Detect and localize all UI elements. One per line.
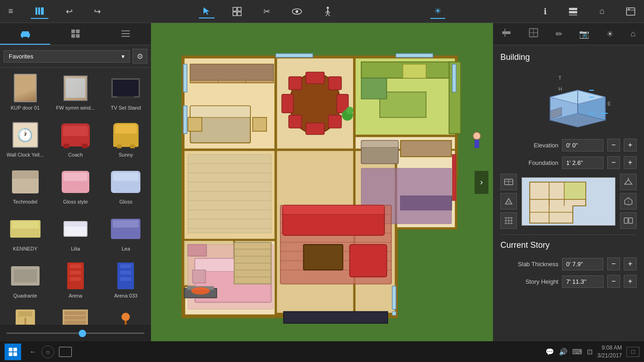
right-tab-home[interactable]: ⌂ [626, 27, 640, 41]
list-item[interactable]: Lamp [101, 303, 151, 325]
back-nav-btn[interactable]: ← [29, 348, 37, 356]
info-btn[interactable]: ℹ [540, 5, 551, 18]
share-btn[interactable] [622, 5, 639, 18]
svg-rect-0 [35, 7, 37, 15]
home-toolbar-btn[interactable]: ⌂ [596, 5, 608, 18]
list-item[interactable]: Arena [50, 256, 100, 303]
expand-arrow-btn[interactable]: › [475, 171, 488, 194]
svg-rect-112 [392, 286, 396, 309]
slab-input[interactable] [562, 258, 603, 270]
floor-plan-view-btn[interactable] [500, 174, 517, 190]
foundation-input[interactable] [562, 157, 603, 169]
item-label: FW symm wind... [56, 105, 95, 111]
right-panel: ✏ 📷 ☀ ⌂ Building T H F E [493, 23, 644, 341]
svg-rect-6 [233, 12, 237, 16]
redo-btn[interactable]: ↪ [90, 5, 104, 18]
list-item[interactable]: Gloss [101, 162, 151, 209]
tab-furniture[interactable] [0, 23, 50, 45]
list-item[interactable]: Sunny [101, 115, 151, 162]
search-btn[interactable]: ○ [41, 345, 54, 358]
list-item[interactable]: TV Set Stand [101, 68, 151, 115]
menu-btn[interactable]: ≡ [5, 5, 17, 18]
item-label: Arena 033 [114, 293, 138, 298]
slab-plus-btn[interactable]: + [624, 257, 637, 270]
zoom-slider-thumb[interactable] [79, 330, 86, 337]
favorites-dropdown[interactable]: Favorites ▾ [4, 50, 130, 63]
elevation-input[interactable] [562, 139, 603, 152]
keyboard-sys-icon[interactable]: ⌨ [572, 348, 582, 356]
chevron-down-icon: ▾ [122, 53, 125, 60]
right-tab-edit[interactable]: ✏ [551, 27, 567, 41]
svg-rect-58 [282, 94, 293, 113]
list-item[interactable]: Arena 033 [101, 256, 151, 303]
elevation-minus-btn[interactable]: − [607, 139, 620, 152]
notification-btn[interactable]: □ [627, 347, 639, 357]
list-item[interactable]: Chair 2 [0, 303, 50, 325]
right-tab-camera[interactable]: 📷 [574, 27, 594, 41]
walk-btn[interactable] [320, 5, 336, 18]
list-item[interactable]: Lea [101, 209, 151, 256]
perspective-view-btn[interactable] [500, 193, 517, 210]
svg-rect-100 [192, 270, 205, 283]
foundation-row: Foundation − + [500, 156, 637, 169]
svg-rect-85 [350, 245, 387, 277]
svg-rect-164 [629, 218, 632, 223]
network-sys-icon[interactable]: ⊡ [587, 348, 593, 356]
list-item[interactable]: Lilia [50, 209, 100, 256]
item-label: Wall Clock Yell... [6, 152, 44, 158]
scissors-btn[interactable]: ✂ [260, 5, 274, 18]
list-item[interactable]: Quadrante [0, 256, 50, 303]
svg-rect-25 [22, 31, 29, 34]
start-button[interactable] [5, 344, 21, 360]
right-tab-rooms[interactable] [524, 26, 543, 42]
tab-styles[interactable] [50, 23, 100, 45]
list-item[interactable]: 🕐 Wall Clock Yell... [0, 115, 50, 162]
group-btn[interactable] [228, 5, 246, 18]
list-item[interactable]: KUP door 01 [0, 68, 50, 115]
list-item[interactable]: Gloss style [50, 162, 100, 209]
foundation-minus-btn[interactable]: − [607, 156, 620, 169]
tab-list[interactable] [101, 23, 151, 45]
svg-rect-68 [361, 78, 387, 99]
foundation-plus-btn[interactable]: + [624, 156, 637, 169]
list-item[interactable]: Shelf [50, 303, 100, 325]
right-tab-sun[interactable]: ☀ [602, 27, 618, 41]
layers-btn[interactable] [564, 5, 582, 18]
right-tab-walls[interactable] [497, 26, 516, 42]
gear-button[interactable]: ⚙ [133, 49, 147, 64]
svg-point-10 [327, 6, 329, 9]
sun-toolbar-btn[interactable]: ☀ [430, 4, 445, 19]
svg-rect-111 [392, 312, 396, 315]
story-height-input[interactable] [562, 275, 603, 288]
height-plus-btn[interactable]: + [624, 275, 637, 288]
elevation-row: Elevation − + [500, 139, 637, 152]
elevation-plus-btn[interactable]: + [624, 139, 637, 152]
undo-btn[interactable]: ↩ [62, 5, 76, 18]
volume-sys-icon[interactable]: 🔊 [559, 348, 568, 356]
top-toolbar: ≡ ↩ ↪ ✂ ☀ ℹ ⌂ [0, 0, 644, 23]
isometric-view-btn[interactable] [620, 193, 637, 210]
svg-rect-88 [188, 154, 271, 233]
svg-line-15 [328, 13, 330, 16]
list-item[interactable]: Techmodel [0, 162, 50, 209]
main-canvas[interactable]: › [151, 23, 493, 341]
height-minus-btn[interactable]: − [607, 275, 620, 288]
svg-rect-86 [303, 245, 342, 270]
task-view-btn[interactable] [59, 347, 72, 357]
section-view-btn[interactable] [620, 212, 637, 229]
slab-row: Slab Thickness − + [500, 257, 637, 270]
item-thumbnail [107, 260, 144, 292]
list-item[interactable]: KENNEDY [0, 209, 50, 256]
list-item[interactable]: Coach [50, 115, 100, 162]
svg-rect-26 [71, 29, 75, 33]
library-btn[interactable] [31, 4, 48, 19]
slab-minus-btn[interactable]: − [607, 257, 620, 270]
select-btn[interactable] [199, 5, 215, 18]
list-item[interactable]: FW symm wind... [50, 68, 100, 115]
chat-sys-icon[interactable]: 💬 [545, 348, 554, 356]
grid-view-btn[interactable] [500, 212, 517, 229]
eye-btn[interactable] [288, 6, 306, 17]
zoom-slider-track[interactable] [6, 333, 145, 334]
3d-view-btn[interactable] [620, 174, 637, 190]
item-thumbnail [57, 166, 94, 198]
